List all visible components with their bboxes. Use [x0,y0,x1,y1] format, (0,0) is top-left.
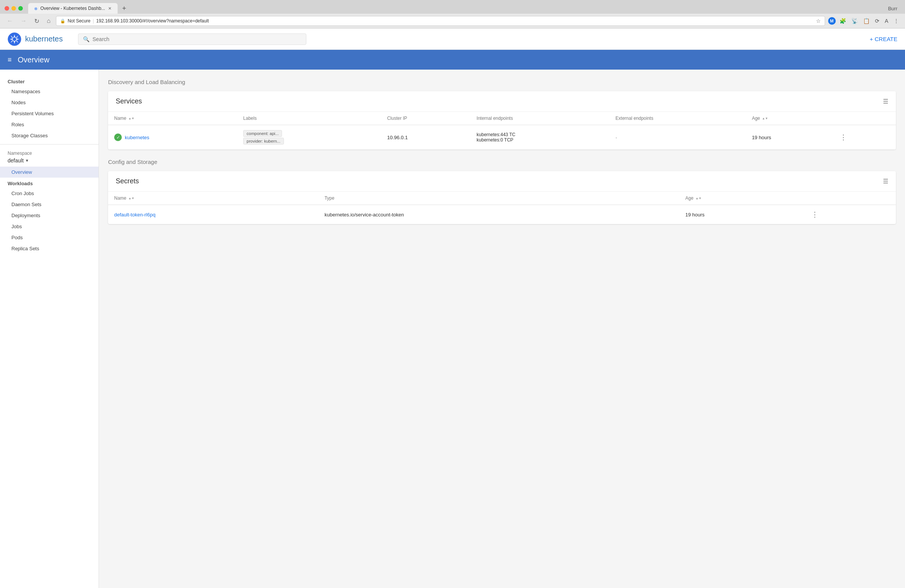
service-cluster-ip-cell: 10.96.0.1 [381,125,470,150]
extensions-button[interactable]: 🧩 [838,17,848,25]
history-button[interactable]: ⟳ [873,17,881,25]
main-layout: Cluster Namespaces Nodes Persistent Volu… [0,70,905,588]
service-internal-endpoints-cell: kubernetes:443 TC kubernetes:0 TCP [470,125,609,150]
hamburger-menu-button[interactable]: ≡ [8,56,12,64]
table-row: ✓ kubernetes component: api... provider:… [108,125,896,150]
app-name: kubernetes [25,35,63,43]
screenshot-button[interactable]: 📋 [862,17,871,25]
col-labels: Labels [237,112,381,125]
address-bar-row: ← → ↻ ⌂ 🔒 Not Secure | 192.168.99.103:30… [0,14,905,28]
namespace-value: default [8,157,24,164]
sidebar-item-jobs[interactable]: Jobs [0,221,99,232]
service-age-cell: 19 hours [746,125,832,150]
col-name: Name ▲▼ [108,112,237,125]
sidebar-item-pods[interactable]: Pods [0,232,99,243]
sort-icon-name[interactable]: ▲▼ [128,117,134,120]
minimize-window-button[interactable] [11,6,16,11]
service-actions-cell: ⋮ [832,125,896,150]
kubernetes-logo: kubernetes [8,32,63,46]
sidebar-item-cron-jobs[interactable]: Cron Jobs [0,188,99,199]
config-section-title: Config and Storage [108,159,896,165]
service-more-button[interactable]: ⋮ [838,132,849,142]
sidebar-item-roles[interactable]: Roles [0,119,99,130]
secrets-card-title: Secrets [116,177,139,185]
sidebar-item-deployments[interactable]: Deployments [0,210,99,221]
service-status-icon: ✓ [114,133,122,141]
services-header-row: Name ▲▼ Labels Cluster IP Internal endpo… [108,112,896,125]
reload-button[interactable]: ↻ [32,17,41,25]
sidebar-item-nodes[interactable]: Nodes [0,97,99,108]
page-header: ≡ Overview [0,50,905,70]
secret-name-link[interactable]: default-token-rl6pq [114,212,155,218]
address-bar[interactable]: 🔒 Not Secure | 192.168.99.103:30000/#!/o… [56,16,825,26]
secret-more-button[interactable]: ⋮ [809,210,821,219]
services-table-body: ✓ kubernetes component: api... provider:… [108,125,896,150]
services-table: Name ▲▼ Labels Cluster IP Internal endpo… [108,112,896,149]
sidebar: Cluster Namespaces Nodes Persistent Volu… [0,70,99,588]
home-button[interactable]: ⌂ [45,17,53,25]
secret-name-cell: default-token-rl6pq [108,205,319,224]
sort-icon-age[interactable]: ▲▼ [762,117,768,120]
col-secret-actions [803,192,896,205]
sidebar-item-overview[interactable]: Overview [0,167,99,178]
tab-title: Overview - Kubernetes Dashb... [40,6,105,11]
col-cluster-ip: Cluster IP [381,112,470,125]
label-chip-2: provider: kubern... [243,138,284,145]
back-button[interactable]: ← [5,17,15,25]
search-input[interactable] [92,36,301,42]
create-button[interactable]: + CREATE [870,36,897,42]
browser-tab-active[interactable]: ⎈ Overview - Kubernetes Dashb... ✕ [28,3,118,14]
sidebar-item-daemon-sets[interactable]: Daemon Sets [0,199,99,210]
new-tab-button[interactable]: + [119,4,129,13]
namespace-label: Namespace [8,151,91,156]
secret-actions-cell: ⋮ [803,205,896,224]
sidebar-item-replica-sets[interactable]: Replica Sets [0,243,99,254]
services-filter-icon[interactable]: ☰ [883,98,888,105]
maximize-window-button[interactable] [18,6,23,11]
update-button[interactable]: A [883,17,890,25]
sidebar-item-namespaces[interactable]: Namespaces [0,86,99,97]
sidebar-item-persistent-volumes[interactable]: Persistent Volumes [0,108,99,119]
page-title: Overview [18,56,49,64]
header-right: + CREATE [870,36,897,42]
traffic-lights [5,6,23,11]
col-secret-age: Age ▲▼ [679,192,803,205]
secrets-card: Secrets ☰ Name ▲▼ Type Age ▲▼ [108,171,896,224]
service-age: 19 hours [752,135,771,140]
sidebar-divider-1 [0,144,99,145]
services-card-header: Services ☰ [108,91,896,112]
address-actions: ☆ [816,18,821,24]
discovery-section-title: Discovery and Load Balancing [108,79,896,85]
search-box[interactable]: 🔍 [78,33,306,45]
secrets-filter-icon[interactable]: ☰ [883,178,888,185]
namespace-section: Namespace default ▾ [0,148,99,167]
secret-age-cell: 19 hours [679,205,803,224]
col-secret-name: Name ▲▼ [108,192,319,205]
col-internal-endpoints: Internal endpoints [470,112,609,125]
profile-name: Burr [888,6,900,11]
endpoint-1: kubernetes:443 TC [476,132,603,137]
namespace-selector[interactable]: default ▾ [8,157,91,164]
workloads-section-label: Workloads [0,178,99,188]
close-window-button[interactable] [5,6,9,11]
sort-icon-secret-age[interactable]: ▲▼ [695,197,701,200]
secrets-table-head: Name ▲▼ Type Age ▲▼ [108,192,896,205]
tab-close-button[interactable]: ✕ [108,6,112,11]
sort-icon-secret-name[interactable]: ▲▼ [128,197,134,200]
url-prefix: Not Secure [68,18,91,24]
services-card: Services ☰ Name ▲▼ Labels Cluster IP Int… [108,91,896,149]
browser-chrome: ⎈ Overview - Kubernetes Dashb... ✕ + Bur… [0,0,905,29]
external-endpoint-dash: - [615,135,617,140]
label-chip-1: component: api... [243,130,282,137]
service-name-link[interactable]: kubernetes [125,135,149,140]
user-avatar[interactable]: M [828,17,836,25]
forward-button[interactable]: → [18,17,29,25]
sidebar-item-storage-classes[interactable]: Storage Classes [0,130,99,141]
app-header: kubernetes 🔍 + CREATE [0,29,905,50]
menu-button[interactable]: ⋮ [892,17,900,25]
cast-button[interactable]: 📡 [850,17,859,25]
secrets-card-header: Secrets ☰ [108,171,896,192]
service-status-cell: ✓ kubernetes [114,133,231,141]
bookmark-button[interactable]: ☆ [816,18,821,24]
tab-bar: ⎈ Overview - Kubernetes Dashb... ✕ + Bur… [0,0,905,14]
